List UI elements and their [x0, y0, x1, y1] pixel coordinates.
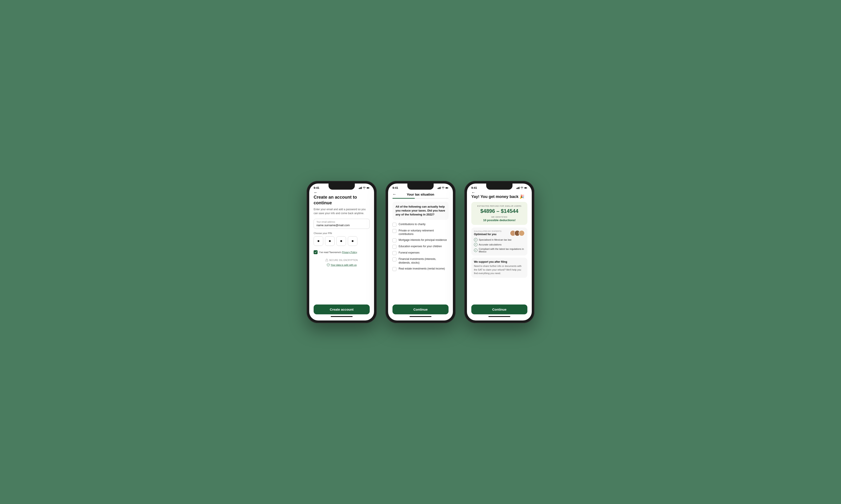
- checkbox-education[interactable]: [393, 245, 396, 249]
- secure-badge: SECURE SSL ENCRYPTION: [325, 258, 358, 262]
- signal-icon-3: [516, 187, 519, 189]
- pin-box-4[interactable]: [348, 236, 357, 246]
- phone3-content: ← Yay! You get money back 🎉 ESTIMATED RE…: [467, 190, 532, 321]
- support-title: We support you after filing: [474, 260, 525, 263]
- privacy-text: I've read Taxorama's: [319, 251, 342, 254]
- experts-title: Optimised for you: [474, 233, 501, 236]
- phone-notch: [328, 183, 355, 190]
- phone-results: 9:41: [464, 181, 534, 323]
- progress-bar-fill: [393, 198, 415, 199]
- svg-rect-5: [369, 187, 370, 188]
- question-text: All of the following can actually help y…: [396, 205, 445, 217]
- pin-box-1[interactable]: [314, 236, 323, 246]
- phone1-content: ← Create an account to continue Enter yo…: [309, 190, 374, 321]
- checkbox-funeral[interactable]: [393, 251, 396, 255]
- create-account-heading: Create an account to continue: [314, 194, 370, 205]
- feature-check-2: ✓: [474, 243, 478, 246]
- home-indicator-3: [488, 316, 510, 317]
- privacy-checkbox[interactable]: [314, 250, 317, 254]
- list-item: Private or voluntary retirement contribu…: [393, 229, 448, 236]
- back-button-2[interactable]: ←: [393, 192, 396, 197]
- feature-list: ✓ Specialised in Mexican tax law ✓ Accur…: [474, 238, 525, 253]
- feature-check-1: ✓: [474, 238, 478, 241]
- privacy-period: .: [357, 251, 357, 254]
- svg-rect-0: [359, 188, 359, 189]
- back-button-3[interactable]: ←: [471, 190, 475, 195]
- wifi-icon: [363, 187, 366, 189]
- refund-label: ESTIMATED REFUND FOR SIMILAR USERS: [474, 205, 524, 207]
- checkbox-mortgage[interactable]: [393, 238, 396, 242]
- continue-button-2[interactable]: Continue: [393, 305, 448, 314]
- email-input-group[interactable]: Your email address name.surname@mail.com: [314, 219, 370, 229]
- wifi-icon-3: [520, 187, 524, 189]
- pin-box-2[interactable]: [325, 236, 334, 246]
- list-item: Real estate investments (rental income): [393, 267, 448, 271]
- deductions-value: 10 possible deductions!: [474, 218, 524, 222]
- signal-icon: [359, 187, 362, 189]
- experts-info: CALCULATED BY EXPERTS Optimised for you: [474, 230, 501, 236]
- feature-item-1: ✓ Specialised in Mexican tax law: [474, 238, 525, 241]
- create-account-button[interactable]: Create account: [314, 305, 370, 314]
- phone-notch-3: [486, 183, 513, 190]
- pin-dot-1: [317, 240, 319, 242]
- pin-dot-3: [340, 240, 342, 242]
- nav-bar-1: ←: [314, 190, 370, 194]
- checkbox-financial[interactable]: [393, 257, 396, 262]
- back-button-1[interactable]: ←: [314, 190, 317, 195]
- feature-text-3: Compliant with the latest tax regulation…: [479, 248, 525, 253]
- feature-item-2: ✓ Accurate calculations: [474, 243, 525, 246]
- battery-icon: [367, 187, 370, 189]
- phones-container: 9:41: [307, 181, 534, 323]
- checkbox-charity[interactable]: [393, 223, 396, 227]
- experts-meta: CALCULATED BY EXPERTS: [474, 230, 501, 232]
- svg-rect-10: [439, 187, 439, 189]
- check-text-retirement: Private or voluntary retirement contribu…: [399, 229, 448, 236]
- phone2-content: ← Your tax situation All of the followin…: [388, 190, 453, 321]
- status-icons-2: [437, 187, 448, 189]
- result-heading: Yay! You get money back 🎉: [471, 194, 527, 199]
- phone-create-account: 9:41: [307, 181, 377, 323]
- data-safe-link[interactable]: Your data is safe with us: [327, 263, 357, 267]
- privacy-policy-link[interactable]: Privacy Policy: [342, 251, 357, 254]
- privacy-policy-row: I've read Taxorama's Privacy Policy.: [314, 250, 370, 254]
- check-text-financial: Financial investments (interests, divide…: [399, 257, 448, 265]
- pin-label: Choose your PIN: [314, 232, 370, 234]
- home-indicator-2: [410, 316, 431, 317]
- continue-button-3[interactable]: Continue: [471, 305, 527, 314]
- status-time-1: 9:41: [314, 186, 319, 190]
- feature-text-2: Accurate calculations: [479, 243, 501, 246]
- svg-rect-21: [527, 187, 527, 188]
- pin-box-3[interactable]: [337, 236, 346, 246]
- phone-notch-2: [407, 183, 434, 190]
- checklist: Contributions to charity Private or volu…: [393, 222, 448, 302]
- secure-text: SECURE SSL ENCRYPTION: [329, 259, 358, 262]
- status-icons-3: [516, 187, 527, 189]
- checkbox-realestate[interactable]: [393, 267, 396, 271]
- feature-item-3: ✓ Compliant with the latest tax regulati…: [474, 248, 525, 253]
- svg-rect-1: [360, 187, 360, 189]
- data-safe-text: Your data is safe with us: [331, 264, 357, 266]
- svg-rect-2: [360, 187, 361, 189]
- list-item: Financial investments (interests, divide…: [393, 257, 448, 265]
- lock-icon: [325, 258, 328, 262]
- svg-rect-19: [519, 187, 519, 189]
- checkbox-retirement[interactable]: [393, 229, 396, 233]
- experts-header: CALCULATED BY EXPERTS Optimised for you: [474, 230, 525, 236]
- experts-card: CALCULATED BY EXPERTS Optimised for you …: [471, 228, 527, 255]
- svg-rect-18: [518, 187, 519, 189]
- deductions-label: WE IDENTIFIED: [474, 216, 524, 218]
- svg-point-8: [327, 260, 327, 261]
- progress-bar-container: [393, 198, 448, 199]
- email-input-value: name.surname@mail.com: [316, 223, 367, 227]
- shield-icon: [327, 263, 330, 267]
- support-card: We support you after filing Need to shar…: [471, 258, 527, 278]
- svg-rect-9: [437, 188, 438, 189]
- nav-bar-3: ←: [471, 190, 527, 194]
- battery-icon-3: [524, 187, 527, 189]
- phone-tax-situation: 9:41: [385, 181, 456, 323]
- svg-rect-11: [439, 187, 440, 189]
- svg-rect-12: [440, 187, 441, 189]
- list-item: Funeral expenses: [393, 251, 448, 255]
- refund-amount: $4896 – $14544: [474, 208, 524, 214]
- nav-bar-2: ← Your tax situation: [393, 190, 448, 198]
